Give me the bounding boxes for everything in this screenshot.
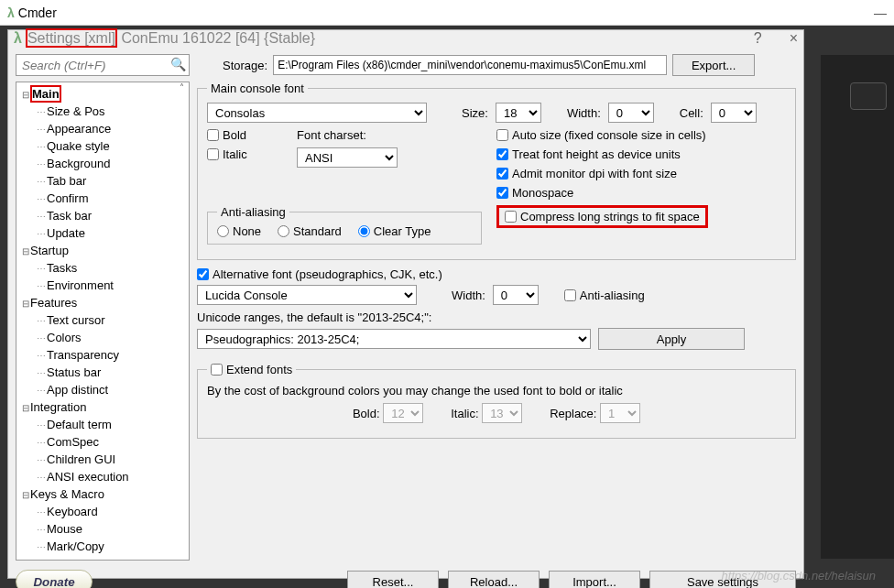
search-icon[interactable]: 🔍 [170, 57, 186, 71]
tree-main[interactable]: Main [30, 85, 61, 103]
tree-environment[interactable]: Environment [47, 278, 114, 292]
extend-desc: By the cost of background colors you may… [207, 384, 786, 397]
charset-select[interactable]: ANSI [297, 147, 398, 168]
tree-markcopy[interactable]: Mark/Copy [47, 539, 104, 553]
ext-italic-label: Italic: [451, 407, 478, 420]
font-width-select[interactable]: 0 [608, 103, 654, 123]
tree-appearance[interactable]: Appearance [47, 122, 111, 136]
tree-childrengui[interactable]: Children GUI [47, 452, 115, 466]
tree-taskbar[interactable]: Task bar [47, 209, 92, 223]
font-cell-select[interactable]: 0 [711, 103, 757, 123]
tree-comspec[interactable]: ComSpec [47, 435, 99, 449]
apply-button[interactable]: Apply [598, 328, 745, 350]
tree-startup[interactable]: Startup [30, 244, 69, 257]
monospace-checkbox[interactable] [496, 187, 508, 199]
altfont-checkbox[interactable] [197, 268, 209, 280]
dialog-logo-icon: λ [14, 30, 22, 47]
tree-size-pos[interactable]: Size & Pos [47, 104, 105, 118]
italic-checkbox[interactable] [207, 148, 219, 160]
close-icon[interactable]: × [790, 30, 798, 47]
tree-colors[interactable]: Colors [47, 331, 82, 344]
dialog-title-main: Settings [xml] [26, 28, 117, 48]
compress-checkbox[interactable] [505, 211, 517, 223]
tree-quake[interactable]: Quake style [47, 139, 110, 153]
dialog-titlebar: λ Settings [xml] ConEmu 161022 [64] {Sta… [8, 30, 803, 47]
tree-integration[interactable]: Integration [30, 400, 86, 414]
watermark-text: https://blog.csdn.net/helaisun [722, 569, 876, 583]
dialog-title-sub: ConEmu 161022 [64] {Stable} [117, 30, 315, 46]
aa-none-radio[interactable] [217, 225, 229, 237]
tree-transparency[interactable]: Transparency [47, 348, 119, 362]
app-title: Cmder [18, 5, 57, 20]
alt-aa-checkbox[interactable] [564, 289, 576, 301]
tree-textcursor[interactable]: Text cursor [47, 313, 105, 327]
font-size-select[interactable]: 18 [496, 103, 541, 123]
tree-statusbar[interactable]: Status bar [47, 365, 101, 379]
bg-widget [850, 82, 887, 110]
search-input[interactable] [16, 54, 190, 76]
tree-ansiexec[interactable]: ANSI execution [47, 470, 129, 484]
extend-fonts-group: Extend fonts By the cost of background c… [197, 363, 796, 439]
app-logo-icon: λ [7, 5, 15, 20]
ext-bold-label: Bold: [353, 407, 380, 420]
admit-checkbox[interactable] [496, 168, 508, 180]
ext-bold-select[interactable]: 12 [383, 403, 423, 423]
tree-defaultterm[interactable]: Default term [47, 418, 112, 431]
ext-replace-select[interactable]: 1 [600, 403, 640, 423]
help-icon[interactable]: ? [754, 30, 762, 47]
minimize-icon[interactable]: — [874, 5, 887, 20]
unicode-range-label: Unicode ranges, the default is "2013-25C… [197, 310, 796, 324]
bold-checkbox[interactable] [207, 129, 219, 141]
donate-button[interactable]: Donate [16, 570, 93, 588]
aa-cleartype-radio[interactable] [358, 225, 370, 237]
tree-appdistinct[interactable]: App distinct [47, 383, 108, 397]
tree-mouse[interactable]: Mouse [47, 522, 82, 536]
tree-update[interactable]: Update [47, 226, 85, 240]
tree-background[interactable]: Background [47, 157, 110, 170]
unicode-range-select[interactable]: Pseudographics: 2013-25C4; [197, 329, 591, 349]
autosize-checkbox[interactable] [496, 129, 508, 141]
tree-keyboard[interactable]: Keyboard [47, 505, 98, 518]
tree-tasks[interactable]: Tasks [47, 261, 77, 275]
settings-dialog: λ Settings [xml] ConEmu 161022 [64] {Sta… [7, 29, 804, 579]
reset-button[interactable]: Reset... [347, 571, 439, 588]
main-font-legend: Main console font [207, 82, 308, 95]
settings-tree[interactable]: ˄ Main Size & Pos Appearance Quake style… [16, 82, 190, 561]
treat-checkbox[interactable] [496, 148, 508, 160]
tree-tabbar[interactable]: Tab bar [47, 174, 86, 188]
tree-keysmacro[interactable]: Keys & Macro [30, 487, 104, 501]
aa-standard-radio[interactable] [278, 225, 289, 237]
altwidth-select[interactable]: 0 [493, 285, 539, 305]
reload-button[interactable]: Reload... [448, 571, 540, 588]
ext-italic-select[interactable]: 13 [482, 403, 522, 423]
tree-features[interactable]: Features [30, 296, 77, 310]
font-family-select[interactable]: Consolas [207, 103, 427, 123]
ext-replace-label: Replace: [550, 407, 596, 420]
app-titlebar: λ Cmder — [0, 0, 894, 26]
altwidth-label: Width: [452, 289, 485, 302]
extend-fonts-checkbox[interactable] [211, 364, 223, 376]
tree-confirm[interactable]: Confirm [47, 191, 89, 205]
storage-label: Storage: [223, 59, 267, 72]
width-label: Width: [567, 106, 601, 120]
export-button[interactable]: Export... [672, 54, 755, 76]
altfont-family-select[interactable]: Lucida Console [197, 285, 417, 305]
charset-label: Font charset: [297, 128, 434, 142]
main-font-group: Main console font Consolas Size: 18 Widt… [197, 82, 796, 260]
cell-label: Cell: [680, 106, 703, 120]
size-label: Size: [462, 106, 488, 120]
storage-input[interactable] [273, 55, 667, 75]
import-button[interactable]: Import... [549, 571, 640, 588]
aa-legend: Anti-aliasing [217, 205, 289, 219]
